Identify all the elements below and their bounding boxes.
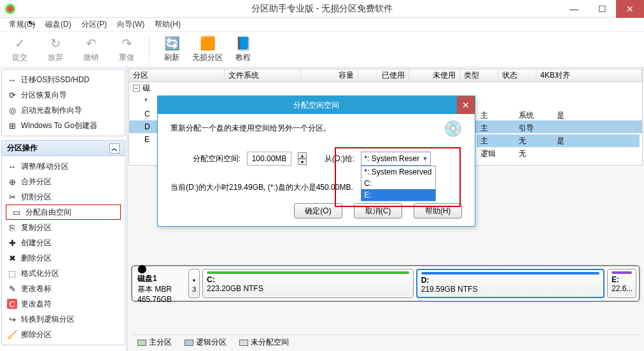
menu-wizard[interactable]: 向导(W)	[112, 18, 150, 31]
discard-button[interactable]: 放弃	[39, 34, 71, 66]
collapse-icon[interactable]: ︽	[109, 143, 120, 154]
cancel-button[interactable]: 取消(C)	[354, 203, 402, 218]
legend: 主分区 逻辑分区 未分配空间	[131, 334, 640, 350]
col-status[interactable]: 状态	[498, 69, 536, 82]
dialog-icon	[442, 119, 465, 138]
op-create[interactable]: ✚创建分区	[2, 235, 125, 250]
spin-up-icon[interactable]: ▲	[298, 152, 307, 159]
menu-help[interactable]: 帮助(H)	[150, 18, 186, 31]
allocate-dialog: 分配空闲空间 ✕ 重新分配一个盘的未使用空间给另外一个分区。 分配空闲空间: ▲…	[157, 96, 475, 227]
legend-unalloc: 未分配空间	[239, 337, 289, 348]
option-c[interactable]: C:	[361, 178, 435, 189]
ops-list: ↔调整/移动分区 ⊕合并分区 ✂切割分区 ▭分配自由空间 ⎘复制分区 ✚创建分区…	[2, 156, 125, 345]
op-allocate-free[interactable]: ▭分配自由空间	[6, 204, 121, 220]
undo-button[interactable]: 撤销	[75, 34, 107, 66]
expand-icon[interactable]: −	[133, 85, 140, 92]
op-resize[interactable]: ↔调整/移动分区	[2, 159, 125, 174]
size-input[interactable]	[247, 152, 291, 166]
windows-icon: ⊞	[7, 120, 17, 131]
commit-button[interactable]: 提交	[4, 34, 36, 66]
wizard-migrate-os[interactable]: ↔迁移OS到SSD/HDD	[2, 72, 125, 87]
chevron-down-icon: ▼	[422, 155, 428, 162]
close-button[interactable]: ✕	[616, 0, 644, 18]
col-partition[interactable]: 分区	[129, 69, 225, 82]
grid-disk-row[interactable]: −磁	[129, 82, 642, 95]
maximize-button[interactable]: ☐	[588, 0, 616, 18]
op-copy[interactable]: ⎘复制分区	[2, 220, 125, 235]
op-split[interactable]: ✂切割分区	[2, 189, 125, 204]
recovery-icon: ⟳	[7, 90, 17, 100]
menu-bar: 常规(G) 磁盘(D) 分区(P) 向导(W) 帮助(H)	[0, 18, 644, 32]
tutorial-button[interactable]: 教程	[227, 34, 259, 66]
option-e[interactable]: E:	[361, 189, 435, 201]
target-dropdown: *: System Reserved C: E:	[361, 166, 436, 201]
grid-header: 分区 文件系统 容量 已使用 未使用 类型 状态 4KB对齐	[129, 69, 642, 82]
ok-button[interactable]: 确定(O)	[294, 203, 342, 218]
op-convert-logical[interactable]: ↪转换到逻辑分区	[2, 312, 125, 327]
col-filesystem[interactable]: 文件系统	[225, 69, 301, 82]
wizard-wintogo[interactable]: ⊞Windows To Go创建器	[2, 118, 125, 133]
disk-info[interactable]: ⬤ 磁盘1 基本 MBR 465.76GB	[135, 269, 186, 298]
menu-partition[interactable]: 分区(P)	[76, 18, 112, 31]
seg-reserved[interactable]: * 3	[188, 269, 200, 298]
refresh-icon	[164, 36, 179, 51]
option-reserved[interactable]: *: System Reserved	[361, 166, 435, 178]
toolbar: 提交 放弃 撤销 重做 刷新 无损分区 教程	[0, 32, 644, 68]
nondestructive-button[interactable]: 无损分区	[192, 34, 223, 66]
undo-icon	[83, 36, 99, 51]
op-label[interactable]: ✎更改卷标	[2, 281, 125, 296]
minimize-button[interactable]: —	[560, 0, 588, 18]
ops-panel-header[interactable]: 分区操作 ︽	[2, 141, 125, 156]
left-panel: ↔迁移OS到SSD/HDD ⟳分区恢复向导 ◎启动光盘制作向导 ⊞Windows…	[0, 68, 127, 351]
spin-down-icon[interactable]: ▼	[298, 159, 307, 165]
op-delete[interactable]: ✖删除分区	[2, 250, 125, 266]
window-title: 分区助手专业版 - 无损分区免费软件	[251, 3, 393, 15]
book-icon	[235, 36, 251, 51]
from-label: 从(D:)给:	[325, 154, 354, 164]
disk-map: ⬤ 磁盘1 基本 MBR 465.76GB * 3 C: 223.20GB NT…	[131, 265, 640, 302]
op-format[interactable]: ⬚格式化分区	[2, 266, 125, 281]
menu-disk[interactable]: 磁盘(D)	[40, 18, 76, 31]
op-letter[interactable]: C更改盘符	[2, 296, 125, 312]
target-select[interactable]: *: System Reser ▼	[361, 152, 431, 166]
help-button[interactable]: 帮助(H)	[414, 203, 462, 218]
partition-icon	[200, 36, 215, 51]
disc-icon: ◎	[7, 105, 17, 115]
wizard-recovery[interactable]: ⟳分区恢复向导	[2, 87, 125, 103]
col-used[interactable]: 已使用	[358, 69, 409, 82]
dialog-titlebar[interactable]: 分配空闲空间 ✕	[158, 96, 475, 114]
wizard-list: ↔迁移OS到SSD/HDD ⟳分区恢复向导 ◎启动光盘制作向导 ⊞Windows…	[2, 69, 125, 136]
legend-primary: 主分区	[137, 337, 172, 348]
discard-icon	[48, 36, 63, 51]
redo-icon	[119, 36, 134, 51]
op-merge[interactable]: ⊕合并分区	[2, 174, 125, 189]
op-wipe[interactable]: 🧹擦除分区	[2, 327, 125, 342]
redo-button[interactable]: 重做	[111, 34, 143, 66]
field-label: 分配空闲空间:	[171, 154, 241, 164]
title-bar: 分区助手专业版 - 无损分区免费软件 — ☐ ✕	[0, 0, 644, 18]
seg-e[interactable]: E: 22.6...	[607, 269, 636, 298]
app-icon	[5, 4, 15, 14]
menu-general[interactable]: 常规(G)	[4, 18, 40, 31]
separator	[149, 37, 150, 62]
dialog-description: 重新分配一个盘的未使用空间给另外一个分区。	[171, 123, 462, 134]
col-type[interactable]: 类型	[460, 69, 498, 82]
col-unused[interactable]: 未使用	[409, 69, 460, 82]
legend-logical: 逻辑分区	[185, 337, 227, 348]
seg-d[interactable]: D: 219.59GB NTFS	[416, 269, 605, 298]
migrate-icon: ↔	[7, 75, 17, 85]
col-capacity[interactable]: 容量	[301, 69, 358, 82]
dialog-close-button[interactable]: ✕	[457, 96, 475, 114]
wizard-bootdisc[interactable]: ◎启动光盘制作向导	[2, 103, 125, 118]
check-icon	[12, 36, 27, 51]
seg-c[interactable]: C: 223.20GB NTFS	[202, 269, 414, 298]
col-align[interactable]: 4KB对齐	[536, 69, 642, 82]
refresh-button[interactable]: 刷新	[156, 34, 188, 66]
spinner[interactable]: ▲▼	[298, 152, 307, 165]
